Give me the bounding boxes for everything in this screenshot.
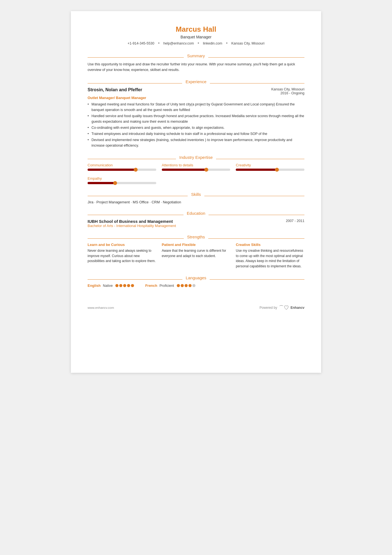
lang-name-1: French [145,283,157,288]
skill-label-1: Attentions to details [162,163,230,167]
lang-dot-1-4 [192,284,195,287]
lang-name-0: English [88,283,101,288]
skill-label-2: Creativity [236,163,304,167]
lang-dot-0-3 [127,284,130,287]
skill-label-3: Empathy [88,176,156,181]
sep1: • [158,41,160,45]
footer-logo-icon: ⌒♡ [279,304,289,311]
education-title: Education [183,211,209,216]
summary-text: Use this opportunity to intrigue and dra… [88,61,304,73]
lang-dot-0-4 [131,284,134,287]
lang-item-1: French Proficient [145,283,195,288]
exp-date: 2016 - Ongoing [271,91,304,95]
footer: www.enhancv.com Powered by ⌒♡ Enhancv [88,304,304,311]
strength-0: Learn and be Curious Never done learning… [88,243,156,269]
education-section: Education IUBH School of Business and Ma… [88,211,304,228]
bullet-3: Co-ordinating with event planners and gu… [88,125,304,130]
sep2: • [198,41,199,45]
experience-header: Experience [88,79,304,84]
skill-bar-0 [88,169,156,171]
languages-section: Languages English Native French Proficie… [88,275,304,288]
sep3: • [226,41,228,45]
strengths-title: Strengths [184,235,208,239]
exp-role: Outlet Manager/ Banquet Manager [88,96,304,100]
lang-dot-1-0 [177,284,180,287]
skills-title: Skills [188,192,204,197]
summary-header: Summary [88,53,304,58]
exp-location: Kansas City, Missouri [271,87,304,91]
skill-bar-dot-1 [204,168,208,172]
edu-degree: Bachelor of Arts - International Hospita… [88,224,176,228]
header-linkedin: linkedin.com [203,41,222,45]
header-location: Kansas City, Missouri [231,41,264,45]
lang-dot-0-2 [123,284,126,287]
bullet-2: Handled service and food quality issues … [88,113,304,124]
bullet-1: Managed meeting and meal functions for S… [88,102,304,113]
skill-bar-fill-2 [236,169,277,171]
strengths-grid: Learn and be Curious Never done learning… [88,243,304,269]
strength-text-2: Use my creative thinking and resourceful… [236,248,304,269]
bullet-5: Devised and implemented new strategies (… [88,137,304,148]
skills-header: Skills [88,192,304,197]
lang-dots-1 [177,284,195,287]
experience-title: Experience [182,79,210,84]
expertise-header: Industry Expertise [88,155,304,160]
strengths-section: Strengths Learn and be Curious Never don… [88,235,304,269]
languages-title: Languages [182,275,210,280]
lang-dot-0-0 [115,284,118,287]
skill-bar-1 [162,169,230,171]
skill-bar-dot-2 [275,168,279,172]
footer-brand: Enhancv [291,306,304,310]
strength-2: Creative Skills Use my creative thinking… [236,243,304,269]
lang-dots-0 [115,284,134,287]
footer-website: www.enhancv.com [88,306,114,309]
exp-company: Strosin, Nolan and Pfeffer [88,87,142,92]
exp-location-date: Kansas City, Missouri 2016 - Ongoing [271,87,304,95]
lang-dot-0-1 [119,284,122,287]
strength-title-0: Learn and be Curious [88,243,156,247]
footer-enhancv: Powered by ⌒♡ Enhancv [260,304,304,311]
skills-list: Jira · Project Management · MS Office · … [88,200,304,204]
skill-bar-dot-0 [134,168,138,172]
summary-title: Summary [184,53,208,58]
strength-title-1: Patient and Flexible [162,243,230,247]
header: Marcus Hall Banquet Manager +1-914-345-5… [88,25,304,46]
lang-dot-1-1 [181,284,184,287]
header-title: Banquet Manager [88,35,304,39]
expertise-grid: Communication Attentions to details Crea… [88,163,304,185]
skill-bar-3 [88,182,156,184]
header-contact: +1-914-345-5530 • help@enhancv.com • lin… [88,41,304,46]
experience-item: Strosin, Nolan and Pfeffer Kansas City, … [88,87,304,148]
skill-item-0: Communication [88,163,156,171]
skill-bar-fill-0 [88,169,136,171]
languages-row: English Native French Proficient [88,283,304,288]
strength-1: Patient and Flexible Aware that the lear… [162,243,230,269]
strength-text-0: Never done learning and always seeking t… [88,248,156,264]
skill-bar-2 [236,169,304,171]
skills-section: Skills Jira · Project Management · MS Of… [88,192,304,204]
edu-school: IUBH School of Business and Management [88,219,176,224]
education-header: Education [88,211,304,216]
header-email: help@enhancv.com [163,41,194,45]
lang-level-0: Native [103,284,113,288]
bullet-4: Trained employees and introduced daily t… [88,131,304,137]
skill-item-1: Attentions to details [162,163,230,171]
lang-item-0: English Native [88,283,134,288]
exp-header-row: Strosin, Nolan and Pfeffer Kansas City, … [88,87,304,95]
lang-level-1: Proficient [160,284,174,288]
edu-info: IUBH School of Business and Management B… [88,219,176,228]
skill-item-3: Empathy [88,176,156,184]
languages-header: Languages [88,275,304,280]
footer-powered-by: Powered by [260,306,277,310]
skill-bar-dot-3 [113,181,117,185]
skill-item-2: Creativity [236,163,304,171]
strength-title-2: Creative Skills [236,243,304,247]
lang-dot-1-3 [188,284,192,287]
strength-text-1: Aware that the learning curve is differe… [162,248,230,258]
expertise-section: Industry Expertise Communication Attenti… [88,155,304,185]
header-phone: +1-914-345-5530 [128,41,154,45]
expertise-title: Industry Expertise [176,155,216,160]
skill-bar-fill-1 [162,169,206,171]
resume-page: Marcus Hall Banquet Manager +1-914-345-5… [71,11,321,373]
header-name: Marcus Hall [88,25,304,34]
